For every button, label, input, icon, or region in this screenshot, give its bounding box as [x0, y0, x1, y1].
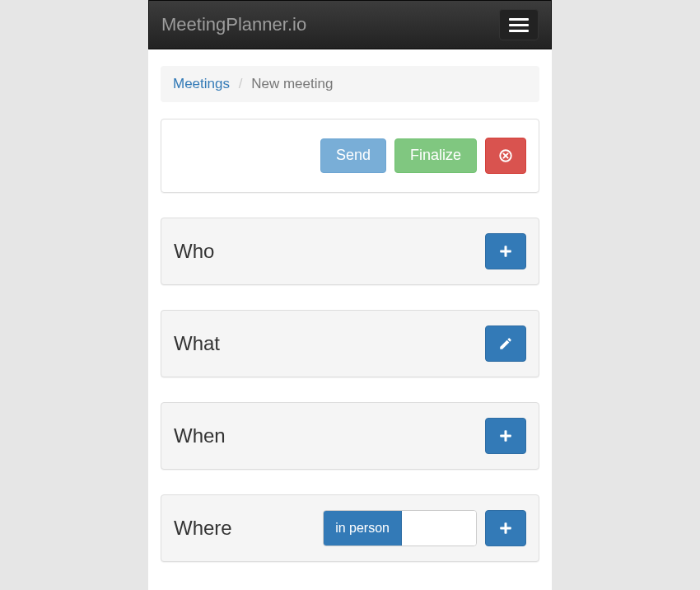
app-window: MeetingPlanner.io Meetings / New meeting… — [148, 0, 552, 590]
pencil-icon — [498, 336, 513, 351]
send-button[interactable]: Send — [320, 138, 386, 173]
svg-rect-4 — [500, 251, 511, 253]
breadcrumb-separator: / — [234, 76, 248, 91]
section-when: When — [161, 402, 539, 470]
plus-icon — [498, 521, 513, 536]
breadcrumb: Meetings / New meeting — [161, 66, 539, 102]
breadcrumb-root-link[interactable]: Meetings — [173, 76, 230, 91]
section-when-title: When — [174, 424, 226, 447]
edit-what-button[interactable] — [485, 325, 526, 362]
where-mode-group: in person — [323, 510, 477, 546]
plus-icon — [498, 244, 513, 259]
plus-icon — [498, 428, 513, 443]
nav-toggle-button[interactable] — [499, 9, 539, 40]
section-what: What — [161, 310, 539, 377]
section-where-title: Where — [174, 517, 232, 540]
section-what-title: What — [174, 332, 220, 355]
where-mode-input[interactable] — [402, 511, 476, 546]
finalize-button[interactable]: Finalize — [394, 138, 477, 173]
app-brand[interactable]: MeetingPlanner.io — [161, 9, 306, 40]
section-who-title: Who — [174, 240, 214, 263]
section-where: Where in person — [161, 494, 539, 562]
breadcrumb-current: New meeting — [251, 76, 333, 91]
where-mode-label[interactable]: in person — [324, 511, 402, 546]
add-when-button[interactable] — [485, 418, 526, 454]
cancel-button[interactable] — [485, 138, 526, 174]
cancel-circle-icon — [498, 148, 513, 163]
hamburger-icon — [509, 18, 529, 21]
navbar: MeetingPlanner.io — [148, 0, 552, 49]
section-who: Who — [161, 218, 539, 285]
svg-rect-6 — [500, 435, 511, 438]
content: Meetings / New meeting Send Finalize — [148, 49, 552, 590]
add-where-button[interactable] — [485, 510, 526, 546]
svg-rect-8 — [500, 527, 511, 530]
actions-panel: Send Finalize — [161, 119, 539, 193]
add-who-button[interactable] — [485, 233, 526, 269]
